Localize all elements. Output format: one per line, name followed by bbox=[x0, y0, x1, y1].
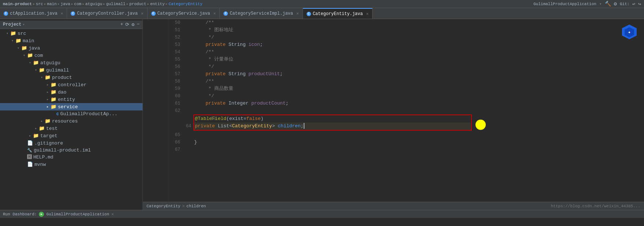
tab-close-cc[interactable]: ✕ bbox=[141, 11, 144, 16]
breadcrumb-product[interactable]: product bbox=[129, 2, 146, 6]
sep1: ▸ bbox=[33, 1, 35, 6]
svg-text:✦: ✦ bbox=[628, 29, 631, 35]
project-sync-icon[interactable]: ⟳ bbox=[125, 22, 129, 28]
tree-item-com[interactable]: ▾ 📁 com bbox=[0, 52, 143, 59]
breadcrumb-main-product[interactable]: main-product bbox=[3, 2, 32, 6]
breadcrumb-main[interactable]: main bbox=[47, 2, 56, 6]
tab-categoryentity[interactable]: C CategoryEntity.java ✕ bbox=[303, 8, 373, 19]
undo-icon[interactable]: ↩ bbox=[632, 1, 635, 7]
run-app-label: GulimallProductApplication bbox=[533, 2, 596, 6]
code-text-53: private String icon; bbox=[194, 41, 637, 48]
breadcrumb-java[interactable]: java bbox=[60, 2, 70, 6]
arrow-dao: ▸ bbox=[45, 90, 51, 94]
tree-item-mvnw[interactable]: ▸ 📄 mvnw bbox=[0, 161, 143, 168]
tree-item-java[interactable]: ▾ 📁 java bbox=[0, 44, 143, 52]
tree-item-product[interactable]: ▾ 📁 product bbox=[0, 74, 143, 81]
line-num-52: 52 bbox=[169, 34, 183, 41]
file-icon-gitignore: 📄 bbox=[27, 140, 33, 146]
tree-item-gulimall[interactable]: ▾ 📁 gulimall bbox=[0, 66, 143, 74]
project-minus-icon[interactable]: − bbox=[137, 22, 140, 28]
tab-categoryserviceimpl[interactable]: C CategoryServiceImpl.java ✕ bbox=[220, 8, 303, 19]
tree-item-controller[interactable]: ▸ 📁 controller bbox=[0, 81, 143, 88]
folder-icon-resources: 📁 bbox=[45, 118, 51, 124]
tab-close-ce[interactable]: ✕ bbox=[366, 11, 369, 16]
tab-icon-cc: C bbox=[71, 11, 75, 16]
tree-item-gitignore[interactable]: ▸ 📄 .gitignore bbox=[0, 139, 143, 147]
tab-close-ctapplication[interactable]: ✕ bbox=[61, 11, 63, 16]
sep9: ▸ bbox=[166, 1, 168, 6]
line-num-57: 57 bbox=[169, 70, 183, 78]
arrow-test: ▸ bbox=[33, 126, 39, 131]
tab-ctapplication[interactable]: C ctApplication.java ✕ bbox=[0, 8, 67, 19]
breadcrumb-src[interactable]: src bbox=[36, 2, 43, 6]
line-num-65: 65 bbox=[169, 131, 183, 139]
tree-item-resources[interactable]: ▸ 📁 resources bbox=[0, 117, 143, 125]
git-icon[interactable]: Git: bbox=[620, 2, 629, 6]
code-text-61: private Integer productCount; bbox=[194, 100, 637, 107]
arrow-main: ▾ bbox=[10, 39, 15, 43]
run-app-name[interactable]: GulimallProductApplication bbox=[46, 212, 109, 216]
breadcrumb-entity[interactable]: entity bbox=[150, 2, 165, 6]
tab-categorycontroller[interactable]: C CategoryController.java ✕ bbox=[67, 8, 147, 19]
tree-item-iml[interactable]: ▸ 🔧 gulimall-product.iml bbox=[0, 147, 143, 154]
tree-item-target[interactable]: ▸ 📁 target bbox=[0, 132, 143, 139]
tab-close-cs[interactable]: ✕ bbox=[214, 11, 216, 16]
code-text-64: private List<CategoryEntity> children; bbox=[195, 123, 471, 130]
code-line-61: 61 private Integer productCount; bbox=[169, 100, 637, 107]
line-num-58: 58 bbox=[169, 78, 183, 85]
breadcrumb-atguigu[interactable]: atguigu bbox=[85, 2, 102, 6]
label-target: target bbox=[40, 133, 143, 139]
build-icon[interactable]: 🔨 bbox=[605, 1, 611, 7]
tree-item-atguigu[interactable]: ▾ 📁 atguigu bbox=[0, 59, 143, 66]
breadcrumb-com[interactable]: com bbox=[74, 2, 81, 6]
tree-item-helpmd[interactable]: ▸ 🅼 HELP.md bbox=[0, 154, 143, 161]
tree-item-test[interactable]: ▸ 📁 test bbox=[0, 125, 143, 132]
line-num-50: 50 bbox=[169, 19, 183, 26]
tree-item-main[interactable]: ▾ 📁 main bbox=[0, 37, 143, 44]
label-java: java bbox=[29, 45, 143, 51]
code-text-54: /** bbox=[194, 48, 637, 56]
code-line-64: 64 private List<CategoryEntity> children… bbox=[193, 123, 472, 131]
label-product: product bbox=[52, 75, 143, 80]
tree-item-service[interactable]: ▸ 📁 service bbox=[0, 103, 143, 110]
file-icon-gulimall-app: C bbox=[56, 112, 59, 116]
redo-icon[interactable]: ↪ bbox=[638, 1, 641, 7]
tab-label-csi: CategoryServiceImpl.java bbox=[230, 11, 293, 16]
sep7: ▸ bbox=[126, 1, 129, 6]
tree-item-dao[interactable]: ▸ 📁 dao bbox=[0, 88, 143, 96]
folder-icon-com: 📁 bbox=[27, 52, 33, 58]
code-line-65: 65 bbox=[169, 131, 637, 139]
editor-breadcrumb: CategoryEntity > children bbox=[147, 204, 206, 208]
breadcrumb-children-status[interactable]: children bbox=[186, 204, 206, 208]
settings-icon[interactable]: ⚙ bbox=[614, 1, 617, 7]
run-dropdown[interactable]: ▾ bbox=[599, 1, 602, 6]
project-dropdown-icon[interactable]: ▾ bbox=[22, 22, 25, 27]
breadcrumb-gulimall[interactable]: gulimall bbox=[106, 2, 126, 6]
right-info: https://blog.csdn.net/weixin_44385... bbox=[551, 204, 640, 208]
project-sidebar: Project ▾ + ⟳ ⚙ − ▾ 📁 src ▾ 📁 main bbox=[0, 19, 143, 210]
tree-item-gulimall-app[interactable]: ▸ C GulimallProductAp... bbox=[0, 110, 143, 117]
tab-bar: C ctApplication.java ✕ C CategoryControl… bbox=[0, 8, 644, 19]
code-line-59: 59 * 商品数量 bbox=[169, 85, 637, 92]
project-settings-icon[interactable]: ⚙ bbox=[132, 22, 134, 28]
run-close-icon[interactable]: ✕ bbox=[111, 212, 114, 216]
run-icon[interactable]: ▶ bbox=[39, 212, 44, 217]
breadcrumb-category-entity[interactable]: CategoryEntity bbox=[169, 2, 202, 6]
run-dashboard-label: Run Dashboard: bbox=[3, 212, 37, 216]
project-header-label[interactable]: Project bbox=[3, 22, 21, 27]
tab-close-csi[interactable]: ✕ bbox=[296, 11, 299, 16]
code-editor[interactable]: 50 /** 51 * 图标地址 52 bbox=[169, 19, 644, 202]
folder-icon-entity: 📁 bbox=[51, 96, 56, 102]
tree-item-entity[interactable]: ▸ 📁 entity bbox=[0, 96, 143, 103]
tree-item-src[interactable]: ▾ 📁 src bbox=[0, 30, 143, 37]
tab-categoryservice[interactable]: C CategoryService.java ✕ bbox=[148, 8, 220, 19]
tab-label-ce: CategoryEntity.java bbox=[313, 11, 363, 17]
arrow-target: ▸ bbox=[27, 134, 33, 138]
sep5: ▸ bbox=[82, 1, 85, 6]
file-icon-iml: 🔧 bbox=[27, 148, 32, 153]
code-line-67: 67 bbox=[169, 146, 637, 153]
project-add-icon[interactable]: + bbox=[121, 22, 123, 28]
tab-label-cc: CategoryController.java bbox=[77, 11, 138, 16]
label-gulimall-app: GulimallProductAp... bbox=[60, 111, 143, 117]
breadcrumb-category-entity-status[interactable]: CategoryEntity bbox=[147, 204, 180, 208]
